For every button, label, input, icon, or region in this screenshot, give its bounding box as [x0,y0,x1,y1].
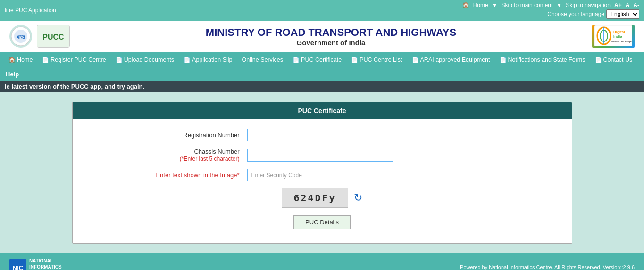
registration-label: Registration Number [87,131,247,139]
upload-docs-icon: 📄 [116,57,123,63]
skip-main-link[interactable]: Skip to main content [502,2,553,8]
home-link[interactable]: Home [473,2,488,8]
chassis-row: Chassis Number (*Enter last 5 character) [87,148,558,162]
svg-text:Power To Empower: Power To Empower [611,40,632,43]
powered-by-text: Powered by National Informatics Centre. … [460,264,635,270]
choose-language-label: Choose your language [547,11,604,17]
top-right: 🏠 Home ▼ Skip to main content ▼ Skip to … [462,2,639,19]
a-minus-btn[interactable]: A- [633,2,639,8]
top-bar: line PUC Application 🏠 Home ▼ Skip to ma… [0,0,644,21]
app-name: line PUC Application [5,7,56,14]
nic-text: NATIONAL INFORMATICS CENTRE [29,258,62,270]
nav-notifications[interactable]: 📄 Notifications and State Forms [495,52,590,68]
contact-icon: 📄 [595,57,602,63]
captcha-code: 624DFy [282,188,348,208]
form-card-header: PUC Certificate [73,102,572,119]
svg-text:NIC: NIC [13,264,24,270]
form-body: Registration Number Chassis Number (*Ent… [73,119,572,243]
nav-puc-centre-list[interactable]: 📄 PUC Centre List [346,52,407,68]
footer: NIC NATIONAL INFORMATICS CENTRE Powered … [0,253,644,270]
govt-subtitle: Government of India [70,39,592,47]
app-slip-icon: 📄 [184,57,191,63]
nic-logo: NIC NATIONAL INFORMATICS CENTRE [9,258,62,270]
nav-puc-certificate[interactable]: 📄 PUC Certificate [288,52,346,68]
svg-text:Digital: Digital [613,30,625,34]
header-title: MINISTRY OF ROAD TRANSPORT AND HIGHWAYS … [70,26,592,47]
captcha-image-row: 624DFy ↻ [87,188,558,208]
footer-right: Powered by National Informatics Centre. … [460,264,635,270]
language-row: Choose your language English [547,9,639,19]
submit-row: PUC Details [87,215,558,229]
svg-text:PUCC: PUCC [42,33,64,41]
puc-cert-icon: 📄 [293,57,300,63]
ministry-title: MINISTRY OF ROAD TRANSPORT AND HIGHWAYS [70,26,592,39]
digital-india-logo: Digital India Power To Empower [592,25,635,48]
nav-arai[interactable]: 📄 ARAI approved Equipment [407,52,495,68]
home-nav-icon: 🏠 [8,57,16,63]
nav-home[interactable]: 🏠 Home [4,52,37,68]
captcha-input[interactable] [247,169,393,181]
puc-details-button[interactable]: PUC Details [293,215,351,229]
header-right: Digital India Power To Empower [592,25,635,48]
nav-register-puc[interactable]: 📄 Register PUC Centre [37,52,110,68]
nav-contact-us[interactable]: 📄 Contact Us [590,52,637,68]
chassis-label: Chassis Number (*Enter last 5 character) [87,148,247,162]
a-plus-btn[interactable]: A+ [614,2,622,8]
help-label: Help [6,71,19,78]
help-bar: Help [0,68,644,81]
notice-text: ie latest version of the PUCC app, and t… [5,83,144,90]
header-logos: भारत PUCC [9,25,70,48]
notice-bar: ie latest version of the PUCC app, and t… [0,81,644,92]
nav-online-services[interactable]: Online Services [237,52,288,68]
svg-text:भारत: भारत [17,34,25,40]
notifications-icon: 📄 [500,57,507,63]
form-card: PUC Certificate Registration Number Chas… [72,102,572,244]
puc-list-icon: 📄 [351,57,358,63]
a-normal-btn[interactable]: A [626,2,630,8]
captcha-label: Enter text shown in the Image* [87,172,247,179]
nav-application-slip[interactable]: 📄 Application Slip [179,52,237,68]
registration-row: Registration Number [87,129,558,141]
registration-input[interactable] [247,129,393,141]
footer-left: NIC NATIONAL INFORMATICS CENTRE [9,258,62,270]
captcha-refresh-button[interactable]: ↻ [354,192,362,204]
language-select[interactable]: English [606,9,639,19]
register-puc-icon: 📄 [42,57,49,63]
svg-text:India: India [613,34,622,39]
nav-bar: 🏠 Home 📄 Register PUC Centre 📄 Upload Do… [0,52,644,68]
main-content: PUC Certificate Registration Number Chas… [0,92,644,253]
captcha-row: Enter text shown in the Image* [87,169,558,181]
top-links: 🏠 Home ▼ Skip to main content ▼ Skip to … [462,2,639,8]
captcha-label-text: Enter text shown in the Image* [156,172,239,179]
chassis-input[interactable] [247,149,393,162]
header: भारत PUCC MINISTRY OF ROAD TRANSPORT AND… [0,21,644,52]
nic-line2: INFORMATICS [29,264,62,270]
emblem-logo: भारत [9,25,32,48]
home-icon: 🏠 [462,2,469,8]
arai-icon: 📄 [412,57,419,63]
nic-line1: NATIONAL [29,258,62,264]
skip-nav-link[interactable]: Skip to navigation [566,2,611,8]
chassis-sublabel: (*Enter last 5 character) [180,155,240,162]
nav-upload-docs[interactable]: 📄 Upload Documents [111,52,179,68]
form-title: PUC Certificate [298,107,346,115]
nic-emblem: NIC [9,259,26,270]
pucc-logo: PUCC [37,25,70,48]
